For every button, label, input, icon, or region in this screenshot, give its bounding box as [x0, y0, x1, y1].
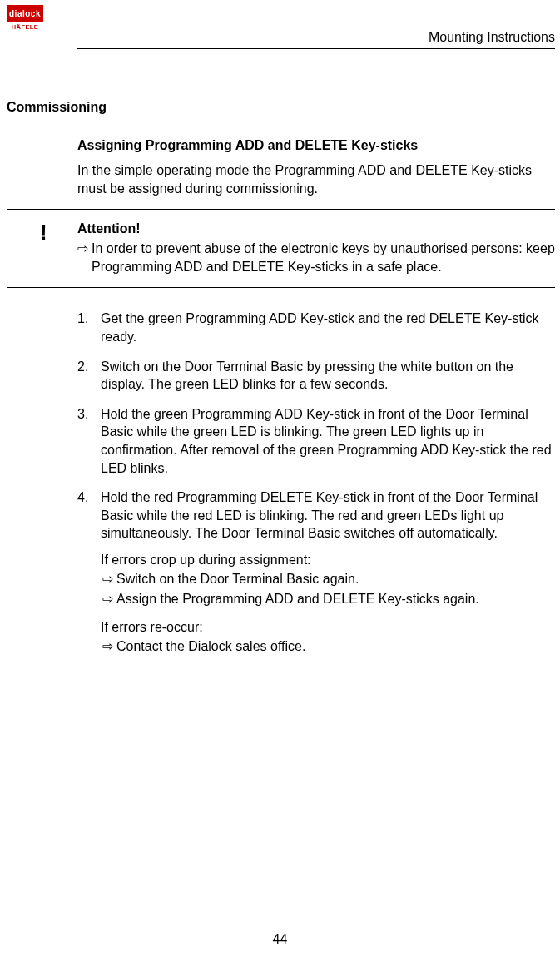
divider [7, 287, 555, 288]
list-text: Hold the red Programming DELETE Key-stic… [101, 488, 555, 543]
error-text: Contact the Dialock sales office. [116, 637, 305, 657]
list-text: Get the green Programming ADD Key-stick … [101, 310, 555, 345]
page-number: 44 [0, 932, 560, 947]
list-item: 1. Get the green Programming ADD Key-sti… [77, 310, 555, 345]
logo-dialock: dialock [7, 5, 43, 22]
list-text: Switch on the Door Terminal Basic by pre… [101, 358, 555, 394]
brand-logo: dialock HÄFELE [7, 5, 43, 31]
list-number: 2. [77, 358, 101, 394]
content-area: Commissioning Assigning Programming ADD … [0, 0, 560, 657]
error-text: Switch on the Door Terminal Basic again. [116, 569, 359, 590]
attention-title: Attention! [77, 221, 555, 236]
document-title: Mounting Instructions [429, 30, 555, 45]
arrow-icon: ⇨ [102, 589, 113, 610]
divider [7, 209, 555, 210]
list-item: 3. Hold the green Programming ADD Key-st… [77, 405, 555, 477]
list-number: 3. [77, 405, 101, 477]
error-text: Assign the Programming ADD and DELETE Ke… [116, 589, 479, 610]
section-title: Commissioning [7, 100, 555, 115]
list-number: 4. [77, 488, 101, 657]
list-number: 1. [77, 310, 101, 345]
error-item: ⇨ Switch on the Door Terminal Basic agai… [102, 569, 555, 590]
arrow-icon: ⇨ [102, 569, 113, 590]
attention-icon: ! [7, 221, 77, 275]
error-intro: If errors crop up during assignment: [101, 551, 555, 569]
section-subtitle: Assigning Programming ADD and DELETE Key… [77, 138, 555, 153]
intro-paragraph: In the simple operating mode the Program… [77, 161, 555, 197]
arrow-icon: ⇨ [102, 637, 113, 657]
logo-hafele: HÄFELE [7, 23, 43, 31]
attention-block: ! Attention! ⇨ In order to prevent abuse… [7, 221, 555, 275]
attention-item: ⇨ In order to prevent abuse of the elect… [77, 240, 555, 275]
page: dialock HÄFELE Mounting Instructions Com… [0, 0, 560, 967]
list-text: Hold the green Programming ADD Key-stick… [101, 405, 555, 477]
list-item: 4. Hold the red Programming DELETE Key-s… [77, 488, 555, 657]
error-item: ⇨ Contact the Dialock sales office. [102, 637, 555, 657]
attention-text: In order to prevent abuse of the electro… [92, 240, 555, 275]
error-item: ⇨ Assign the Programming ADD and DELETE … [102, 589, 555, 610]
error-intro: If errors re-occur: [101, 618, 555, 637]
ordered-list: 1. Get the green Programming ADD Key-sti… [77, 310, 555, 657]
arrow-icon: ⇨ [77, 240, 88, 275]
header-rule [77, 48, 555, 49]
list-item: 2. Switch on the Door Terminal Basic by … [77, 358, 555, 394]
